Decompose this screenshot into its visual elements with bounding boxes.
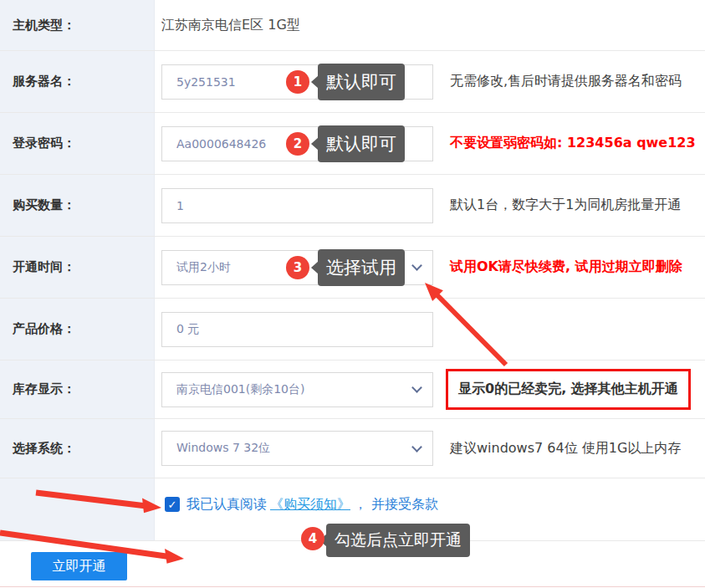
stock-sold-out-notice: 显示0的已经卖完, 选择其他主机开通: [446, 369, 691, 410]
agreement-text-suffix: ， 并接受条款: [354, 496, 438, 512]
host-type-label: 主机类型：: [0, 0, 155, 50]
os-selected-value: Windows 7 32位: [176, 441, 270, 456]
stock-select[interactable]: 南京电信001(剩余10台): [161, 372, 433, 407]
agreement-text-prefix: 我已认真阅读: [186, 496, 267, 512]
agreement-left-spacer: [0, 478, 155, 540]
row-activation-time: 开通时间： 试用2小时 3 选择试用 试用OK请尽快续费, 试用过期立即删除: [0, 237, 705, 299]
tooltip-choose-trial: 选择试用: [318, 249, 405, 286]
step-badge-4: 4: [301, 527, 324, 550]
stock-display-label: 库存显示：: [0, 360, 155, 418]
row-login-password: 登录密码： 2 默认即可 不要设置弱密码如: 123456a qwe123: [0, 113, 705, 175]
os-select-label: 选择系统：: [0, 419, 155, 478]
trial-warning: 试用OK请尽快续费, 试用过期立即删除: [450, 258, 682, 276]
activate-now-button[interactable]: 立即开通: [31, 552, 127, 580]
agreement-checkbox[interactable]: ✓: [165, 497, 180, 512]
tooltip-default-ok-1: 默认即可: [318, 64, 405, 100]
vps-order-form: 主机类型： 江苏南京电信E区 1G型 服务器名： 1 默认即可 无需修改,售后时…: [0, 0, 705, 588]
row-product-price: 产品价格：: [0, 299, 705, 360]
row-server-name: 服务器名： 1 默认即可 无需修改,售后时请提供服务器名和密码: [0, 51, 705, 113]
step-badge-1: 1: [286, 70, 309, 94]
row-os-select: 选择系统： Windows 7 32位 建议windows7 64位 使用1G以…: [0, 419, 705, 478]
chevron-down-icon[interactable]: [411, 442, 422, 453]
weak-password-warning: 不要设置弱密码如: 123456a qwe123: [450, 135, 696, 152]
activation-time-label: 开通时间：: [0, 237, 155, 298]
step-badge-3: 3: [286, 256, 309, 279]
tooltip-check-then-submit: 勾选后点立即开通: [326, 524, 470, 557]
os-hint: 建议windows7 64位 使用1G以上内存: [450, 440, 681, 458]
agreement-text: 我已认真阅读《购买须知》， 并接受条款: [186, 496, 438, 514]
server-name-label: 服务器名：: [0, 51, 155, 112]
row-agreement: ✓ 我已认真阅读《购买须知》， 并接受条款 4 勾选后点立即开通: [0, 478, 705, 541]
login-password-label: 登录密码：: [0, 113, 155, 174]
os-select[interactable]: Windows 7 32位: [161, 431, 433, 466]
chevron-down-icon[interactable]: [411, 260, 422, 271]
quantity-input[interactable]: [161, 188, 433, 223]
row-quantity: 购买数量： 默认1台，数字大于1为同机房批量开通: [0, 175, 705, 237]
quantity-label: 购买数量：: [0, 175, 155, 236]
activation-time-selected-value: 试用2小时: [176, 260, 231, 275]
row-stock-display: 库存显示： 南京电信001(剩余10台) 显示0的已经卖完, 选择其他主机开通: [0, 360, 705, 419]
row-host-type: 主机类型： 江苏南京电信E区 1G型: [0, 0, 705, 51]
quantity-hint: 默认1台，数字大于1为同机房批量开通: [450, 197, 681, 214]
stock-selected-value: 南京电信001(剩余10台): [176, 382, 304, 397]
server-name-hint: 无需修改,售后时请提供服务器名和密码: [450, 73, 682, 90]
tooltip-default-ok-2: 默认即可: [318, 125, 405, 162]
step-badge-2: 2: [286, 132, 309, 156]
product-price-label: 产品价格：: [0, 299, 155, 360]
host-type-value: 江苏南京电信E区 1G型: [161, 17, 300, 34]
chevron-down-icon[interactable]: [411, 382, 422, 393]
purchase-notice-link[interactable]: 《购买须知》: [270, 496, 350, 512]
product-price-input[interactable]: [161, 312, 433, 347]
